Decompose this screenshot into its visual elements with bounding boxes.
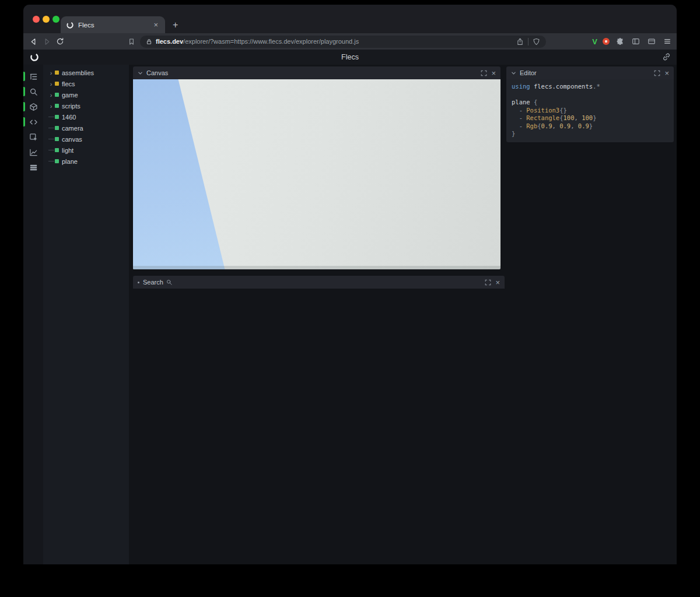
code-token: } (593, 114, 596, 121)
active-indicator (23, 117, 25, 127)
close-panel-icon[interactable]: × (664, 69, 669, 77)
entity-tree-icon (29, 72, 38, 81)
nav-buttons (28, 33, 65, 50)
tree-guide-line (48, 128, 54, 128)
code-token: plane (512, 99, 534, 106)
red-extension-icon[interactable] (603, 38, 610, 45)
rail-inspector[interactable] (23, 129, 43, 145)
rail-rows[interactable] (23, 160, 43, 175)
forward-button[interactable] (41, 36, 52, 47)
3d-canvas-viewport[interactable] (133, 79, 501, 269)
code-token: 0.9 (559, 122, 570, 129)
code-line: using flecs.components.* (512, 83, 668, 91)
expand-panel-icon[interactable] (481, 70, 487, 76)
code-line: plane { (512, 99, 668, 107)
v-extension-icon[interactable]: V (592, 37, 597, 46)
tree-item-scripts[interactable]: ›scripts (43, 100, 129, 111)
tree-item-canvas[interactable]: canvas (43, 134, 129, 145)
expand-panel-icon[interactable] (654, 70, 660, 76)
tree-guide (47, 117, 55, 117)
browser-toolbar: flecs.dev/explorer/?wasm=https://www.fle… (23, 33, 677, 50)
tree-guide (47, 161, 55, 161)
code-token: } (512, 130, 515, 137)
editor-panel-header[interactable]: Editor × (506, 66, 674, 79)
share-link-icon[interactable] (662, 52, 671, 61)
stats-chart-icon (29, 148, 38, 157)
expand-panel-icon[interactable] (485, 279, 491, 286)
wallet-icon[interactable] (646, 36, 657, 47)
code-token: , (575, 114, 582, 121)
code-token: 100 (582, 114, 593, 121)
share-icon[interactable] (516, 38, 524, 45)
divider (528, 38, 528, 45)
expand-arrow-icon[interactable]: › (47, 80, 55, 87)
search-panel-header[interactable]: Search × (133, 276, 505, 289)
close-window-button[interactable] (33, 16, 40, 23)
tree-item-label: game (62, 92, 78, 99)
new-tab-button[interactable]: + (169, 19, 181, 31)
tree-item-label: 1460 (62, 114, 76, 121)
rail-stats-chart[interactable] (23, 145, 43, 160)
chevron-down-icon[interactable] (511, 71, 516, 76)
extensions-puzzle-icon[interactable] (615, 36, 625, 47)
menu-icon[interactable] (662, 36, 673, 47)
tree-guide (47, 150, 55, 150)
icon-sidebar (23, 65, 43, 564)
code-editor[interactable]: using flecs.components.* plane { - Posit… (506, 79, 674, 142)
expand-arrow-icon[interactable]: › (47, 69, 55, 76)
collapsed-indicator-icon[interactable] (138, 282, 139, 283)
url-path: /explorer/?wasm=https://www.flecs.dev/ex… (183, 38, 359, 45)
tab-close-icon[interactable]: × (152, 20, 160, 29)
close-panel-icon[interactable]: × (491, 69, 496, 77)
tree-item-label: plane (62, 158, 78, 165)
tree-item-light[interactable]: light (43, 145, 129, 156)
expand-arrow-icon[interactable]: › (47, 103, 55, 110)
canvas-panel: Canvas × (133, 66, 501, 269)
close-panel-icon[interactable]: × (495, 279, 500, 286)
shield-icon[interactable] (533, 38, 540, 45)
canvas-panel-header[interactable]: Canvas × (133, 66, 501, 79)
tree-item-flecs[interactable]: ›flecs (43, 78, 129, 89)
address-bar[interactable]: flecs.dev/explorer/?wasm=https://www.fle… (140, 36, 546, 48)
entity-tree: ›assemblies›flecs›game›scripts1460camera… (43, 65, 129, 564)
expand-arrow-icon[interactable]: › (47, 92, 55, 99)
back-button[interactable] (28, 36, 38, 47)
code-token: , (570, 122, 578, 129)
tree-item-assemblies[interactable]: ›assemblies (43, 67, 129, 78)
tree-item-label: flecs (62, 80, 75, 87)
active-indicator (23, 72, 25, 81)
rail-entity-tree[interactable] (23, 69, 43, 84)
explorer-content: ›assemblies›flecs›game›scripts1460camera… (23, 65, 677, 564)
rail-search[interactable] (23, 84, 43, 99)
tree-guide-line (48, 117, 54, 117)
tree-item-1460[interactable]: 1460 (43, 111, 129, 122)
zoom-window-button[interactable] (52, 16, 60, 23)
tree-item-label: assemblies (62, 69, 94, 76)
active-indicator (23, 87, 25, 96)
search-icon (29, 87, 38, 96)
minimize-window-button[interactable] (43, 16, 50, 23)
chevron-down-icon[interactable] (138, 71, 143, 76)
code-token: 0.9 (578, 122, 589, 129)
page-title: Flecs (341, 53, 359, 61)
tree-item-game[interactable]: ›game (43, 89, 129, 100)
rail-cube[interactable] (23, 99, 43, 114)
code-icon (29, 118, 38, 127)
tree-item-plane[interactable]: plane (43, 156, 129, 167)
active-indicator (23, 102, 25, 111)
bookmarks-icon[interactable] (126, 36, 136, 47)
module-square-icon (55, 71, 59, 75)
rail-code[interactable] (23, 114, 43, 129)
tree-item-camera[interactable]: camera (43, 122, 129, 134)
code-token: { (534, 99, 537, 106)
code-token: flecs.components (534, 83, 593, 90)
code-line: - Position3{} (512, 107, 668, 115)
search-panel: Search × (133, 276, 505, 289)
tree-guide-line (48, 139, 54, 139)
code-token: - (512, 107, 526, 114)
code-token: - (512, 114, 526, 121)
sidebar-toggle-icon[interactable] (631, 36, 641, 47)
reload-button[interactable] (55, 36, 65, 47)
browser-tab[interactable]: Flecs × (61, 16, 165, 33)
code-line: - Rgb{0.9, 0.9, 0.9} (512, 122, 668, 131)
